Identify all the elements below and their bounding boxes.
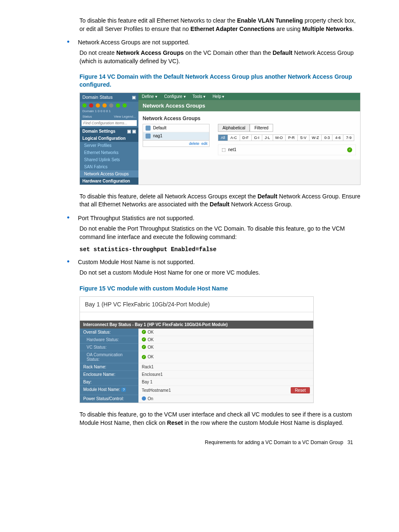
paragraph-custom-hostname: Do not set a custom Module Host Name for…	[79, 269, 361, 277]
row-oa-status: OA Communication Status: ✓OK	[80, 351, 313, 363]
reset-button[interactable]: Reset	[291, 387, 310, 393]
section-hardware-config[interactable]: Hardware Configuration	[80, 177, 138, 185]
menu-define[interactable]: Define ▾	[142, 94, 157, 99]
alpha-filter: AllA-CD-FG-IJ-LM-OP-RS-VW-Z0-34-67-9	[218, 134, 356, 141]
status-unknown-icon	[109, 103, 113, 108]
filter-wz[interactable]: W-Z	[309, 134, 322, 141]
page-footer: Requirements for adding a VC Domain to a…	[38, 439, 361, 445]
nag-item-default[interactable]: Default	[143, 124, 209, 132]
filter-pr[interactable]: P-R	[285, 134, 298, 141]
bullet-icon: •	[67, 258, 69, 265]
sidebar-item-network-access-groups[interactable]: Network Access Groups	[80, 170, 138, 177]
fig14-menubar: Define ▾ Configure ▾ Tools ▾ Help ▾	[138, 93, 360, 100]
fig14-sidebar: Domain Status ▣ Domain 1 0 0 0 0 1 Statu…	[80, 93, 138, 185]
domain-status-row: Domain 1 0 0 0 0 1	[80, 109, 138, 115]
edit-link[interactable]: edit	[201, 141, 207, 146]
network-row-net1[interactable]: ⬚ net1 ✓	[218, 144, 356, 155]
paragraph-vlan-tunneling: To disable this feature edit all Etherne…	[79, 17, 361, 33]
domain-status-header: Domain Status ▣	[80, 93, 138, 102]
paragraph-port-throughput: Do not enable the Port Throughput Statis…	[79, 225, 361, 241]
section-icons: ▣ ▣	[127, 129, 136, 134]
filter-03[interactable]: 0-3	[321, 134, 332, 141]
filter-mo[interactable]: M-O	[273, 134, 286, 141]
filter-jl[interactable]: J-L	[262, 134, 273, 141]
row-enclosure-name: Enclosure Name: Enclosure1	[80, 371, 313, 378]
row-overall-status: Overall Status: ✓OK	[80, 329, 313, 336]
paragraph-nag-donotcreate: Do not create Network Access Groups on t…	[79, 49, 361, 65]
search-input[interactable]	[82, 120, 137, 126]
help-icon[interactable]: ?	[121, 388, 126, 392]
view-legend-link[interactable]: View Legend...	[114, 115, 136, 118]
row-rack-name: Rack Name: Rack1	[80, 363, 313, 371]
ok-icon: ✓	[142, 330, 146, 334]
status-error-icon	[89, 103, 93, 108]
figure-14-caption: Figure 14 VC Domain with the Default Net…	[79, 73, 361, 88]
section-logical-config[interactable]: Logical Configuration	[80, 135, 138, 142]
bullet-icon: •	[67, 38, 69, 46]
status-warning-icon	[96, 103, 100, 108]
bullet-port-throughput: Port Throughput Statistics are not suppo…	[78, 215, 361, 221]
filter-all[interactable]: All	[218, 134, 228, 141]
sidebar-item-server-profiles[interactable]: Server Profiles	[80, 142, 138, 149]
check-icon: ✓	[347, 147, 352, 152]
filter-tabs: AlphabeticalFiltered	[218, 124, 356, 132]
bay-title: Bay 1 (HP VC FlexFabric 10Gb/24-Port Mod…	[80, 297, 313, 312]
section-domain-settings[interactable]: Domain Settings▣ ▣	[80, 128, 138, 135]
group-icon	[146, 126, 151, 131]
filter-df[interactable]: D-F	[240, 134, 252, 141]
status-refresh-icon	[116, 103, 120, 108]
nag-item-nag1[interactable]: nag1	[143, 132, 209, 140]
status-ok-icon	[82, 103, 87, 108]
paragraph-nag-disable: To disable this feature, delete all Netw…	[79, 193, 361, 209]
figure-14-screenshot: Domain Status ▣ Domain 1 0 0 0 0 1 Statu…	[79, 93, 361, 185]
network-icon: ⬚	[222, 147, 226, 152]
row-module-host-name: Module Host Name:? TestHostname1Reset	[80, 386, 313, 395]
row-power-status: Power Status/Control: On	[80, 395, 313, 403]
status-icon-row	[80, 102, 138, 109]
bullet-icon: •	[67, 214, 69, 221]
filter-79[interactable]: 7-9	[343, 134, 354, 141]
row-vc-status: VC Status: ✓OK	[80, 344, 313, 351]
tab-filtered[interactable]: Filtered	[250, 124, 273, 132]
filter-ac[interactable]: A-C	[228, 134, 240, 141]
status-other-icon	[123, 103, 127, 108]
delete-link[interactable]: delete	[189, 141, 200, 146]
panel-subtitle: Network Access Groups	[143, 116, 356, 121]
power-on-icon	[142, 396, 146, 401]
row-bay: Bay: Bay 1	[80, 378, 313, 386]
tab-alphabetical[interactable]: Alphabetical	[218, 124, 250, 132]
menu-tools[interactable]: Tools ▾	[192, 94, 205, 99]
figure-15-caption: Figure 15 VC module with custom Module H…	[79, 285, 361, 292]
status-caution-icon	[102, 103, 107, 108]
ok-icon: ✓	[142, 337, 146, 342]
figure-15-screenshot: Bay 1 (HP VC FlexFabric 10Gb/24-Port Mod…	[79, 296, 314, 403]
ok-icon: ✓	[142, 345, 146, 349]
bullet-network-access-groups: Network Access Groups are not supported.	[78, 39, 361, 46]
paragraph-hostname-disable: To disable this feature, go to the VCM u…	[79, 411, 361, 427]
code-set-statistics: set statistics-throughput Enabled=false	[79, 246, 361, 253]
search-config-items[interactable]	[82, 120, 137, 126]
filter-gi[interactable]: G-I	[251, 134, 263, 141]
ok-icon: ✓	[142, 355, 146, 359]
menu-configure[interactable]: Configure ▾	[164, 94, 185, 99]
filter-46[interactable]: 4-6	[332, 134, 343, 141]
sidebar-item-shared-uplink-sets[interactable]: Shared Uplink Sets	[80, 156, 138, 163]
menu-help[interactable]: Help ▾	[212, 94, 224, 99]
main-title: Network Access Groups	[138, 100, 360, 111]
interconnect-subheader: Interconnect Bay Status - Bay 1 (HP VC F…	[80, 321, 313, 329]
row-hardware-status: Hardware Status: ✓OK	[80, 336, 313, 344]
filter-sv[interactable]: S-V	[297, 134, 309, 141]
collapse-icon[interactable]: ▣	[132, 95, 136, 100]
sidebar-item-ethernet-networks[interactable]: Ethernet Networks	[80, 149, 138, 156]
bullet-custom-hostname: Custom Module Host Name is not supported…	[78, 259, 361, 265]
sidebar-item-san-fabrics[interactable]: SAN Fabrics	[80, 163, 138, 170]
group-icon	[146, 134, 151, 139]
nag-list: Default nag1 delete edit	[143, 124, 210, 147]
